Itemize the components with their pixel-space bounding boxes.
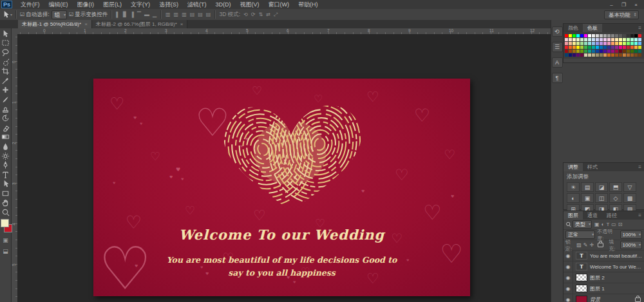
color-swatch[interactable] xyxy=(584,53,587,57)
color-swatch[interactable] xyxy=(627,50,630,53)
color-swatch[interactable] xyxy=(603,53,607,57)
adjustments-menu-icon[interactable]: ≡ xyxy=(638,163,644,171)
foreground-color[interactable] xyxy=(1,219,9,227)
curves-adjustment-button[interactable]: ◪ xyxy=(595,182,608,192)
color-swatch[interactable] xyxy=(592,50,595,53)
show-transform-checkbox[interactable]: ☑ xyxy=(69,12,73,17)
3d-roll-button[interactable]: ⟳ xyxy=(251,10,256,19)
color-swatch[interactable] xyxy=(607,50,611,53)
color-swatch[interactable] xyxy=(611,46,614,49)
color-swatch[interactable] xyxy=(603,42,607,45)
menu-item-8[interactable]: 视图(V) xyxy=(236,0,264,9)
color-swatch[interactable] xyxy=(576,53,580,57)
lock-position-button[interactable]: ✛ xyxy=(590,242,594,248)
distribute-top-button[interactable]: ▥ xyxy=(165,10,171,19)
color-swatch[interactable] xyxy=(627,46,630,49)
color-swatch[interactable] xyxy=(573,50,576,53)
document-tab-2[interactable]: 未标题-2 @ 66.7%(图层 1, RGB/8)*× xyxy=(92,20,188,28)
clone-stamp-tool[interactable] xyxy=(1,104,11,114)
tool-preset-picker[interactable]: ▾ xyxy=(2,10,12,19)
color-swatch[interactable] xyxy=(623,50,626,53)
paragraph-panel-icon[interactable]: ¶ xyxy=(552,73,563,83)
close-button[interactable]: × xyxy=(630,1,641,8)
swatches-tab-颜色[interactable]: 颜色 xyxy=(564,24,583,32)
visibility-eye-icon[interactable]: ◉ xyxy=(564,294,573,302)
menu-item-3[interactable]: 图层(L) xyxy=(99,0,126,9)
lock-transparent-button[interactable]: ▨ xyxy=(576,242,582,248)
distribute-bottom-button[interactable]: ▥ xyxy=(181,10,187,19)
color-swatch[interactable] xyxy=(584,34,587,37)
zoom-tool[interactable] xyxy=(1,207,11,217)
layers-tab-路径[interactable]: 路径 xyxy=(602,211,621,220)
color-swatch[interactable] xyxy=(630,46,634,49)
color-swatch[interactable] xyxy=(611,53,614,57)
color-swatch[interactable] xyxy=(596,34,599,37)
color-swatch[interactable] xyxy=(634,38,638,41)
color-swatch[interactable] xyxy=(584,38,587,41)
distribute-left-button[interactable]: ▤ xyxy=(189,10,196,19)
color-swatch[interactable] xyxy=(634,34,638,37)
color-swatch[interactable] xyxy=(603,34,607,37)
rectangular-marquee-tool[interactable] xyxy=(1,39,11,48)
color-swatch[interactable] xyxy=(607,53,611,57)
color-swatch[interactable] xyxy=(634,50,638,53)
visibility-eye-icon[interactable]: ◉ xyxy=(564,283,573,294)
align-right-edges-button[interactable]: ▐ xyxy=(129,10,135,19)
color-swatch[interactable] xyxy=(565,50,568,53)
filter-kind-dropdown[interactable]: 类型 xyxy=(573,220,592,229)
vibrance-adjustment-button[interactable]: ▽ xyxy=(623,182,636,192)
color-swatch[interactable] xyxy=(623,38,626,41)
color-swatch[interactable] xyxy=(584,46,587,49)
color-swatch[interactable] xyxy=(627,42,630,45)
swatches-tab-色板[interactable]: 色板 xyxy=(583,24,602,32)
visibility-eye-icon[interactable]: ◉ xyxy=(564,261,573,272)
color-swatch[interactable] xyxy=(565,42,568,45)
color-swatch[interactable] xyxy=(573,38,576,41)
color-swatch[interactable] xyxy=(603,46,607,49)
color-swatch[interactable] xyxy=(607,38,611,41)
color-swatch[interactable] xyxy=(584,50,587,53)
color-swatch[interactable] xyxy=(596,42,599,45)
menu-item-7[interactable]: 3D(D) xyxy=(211,0,236,9)
filter-shape-button[interactable]: ▭ xyxy=(611,222,616,227)
color-swatch[interactable] xyxy=(588,42,591,45)
opacity-value[interactable]: 100% xyxy=(620,231,642,239)
color-swatch[interactable] xyxy=(596,38,599,41)
color-swatch[interactable] xyxy=(611,42,614,45)
brush-tool[interactable] xyxy=(1,95,11,104)
color-swatch[interactable] xyxy=(611,34,614,37)
character-panel-icon[interactable]: A xyxy=(552,57,563,68)
color-swatch[interactable] xyxy=(573,53,576,57)
color-swatch[interactable] xyxy=(596,46,599,49)
color-swatch[interactable] xyxy=(584,42,587,45)
tab-close-icon[interactable]: × xyxy=(180,20,184,28)
blur-tool[interactable] xyxy=(1,142,11,151)
align-horizontal-centers-button[interactable]: ▊ xyxy=(122,10,128,19)
color-swatch[interactable] xyxy=(588,50,591,53)
color-swatch[interactable] xyxy=(580,38,583,41)
distribute-h-center-button[interactable]: ▤ xyxy=(197,10,204,19)
align-top-edges-button[interactable]: ▔ xyxy=(137,10,142,19)
layer-row-welcome-to-our-wedding[interactable]: ◉TWelcome To our Wedding xyxy=(564,261,644,272)
color-swatch[interactable] xyxy=(634,53,638,57)
layers-tab-通道[interactable]: 通道 xyxy=(583,211,602,220)
color-swatch[interactable] xyxy=(607,42,611,45)
color-swatch[interactable] xyxy=(573,46,576,49)
color-swatch[interactable] xyxy=(569,50,572,53)
color-swatch[interactable] xyxy=(615,42,618,45)
color-swatch[interactable] xyxy=(592,42,595,45)
menu-item-10[interactable]: 帮助(H) xyxy=(294,0,323,9)
color-swatch[interactable] xyxy=(619,53,622,57)
layer-row--2[interactable]: ◉图层 2 xyxy=(564,272,644,283)
align-left-edges-button[interactable]: ▌ xyxy=(115,10,120,19)
color-swatch[interactable] xyxy=(600,53,603,57)
color-swatch[interactable] xyxy=(569,42,572,45)
document-canvas[interactable]: ♡♡♡♡♡♡♡♡♡♡♡♡♡♡♡♡♡♡♡♡♡♥♥♥♥♥♥♥♥♥♥♥♥♥♥♥♥ We… xyxy=(93,79,470,296)
color-swatch[interactable] xyxy=(634,46,638,49)
auto-select-dropdown[interactable]: 组 xyxy=(52,10,68,19)
layers-tab-图层[interactable]: 图层 xyxy=(564,211,583,220)
color-swatch[interactable] xyxy=(600,50,603,53)
color-swatch[interactable] xyxy=(569,46,572,49)
menu-item-1[interactable]: 编辑(E) xyxy=(44,0,73,9)
color-swatch[interactable] xyxy=(619,42,622,45)
